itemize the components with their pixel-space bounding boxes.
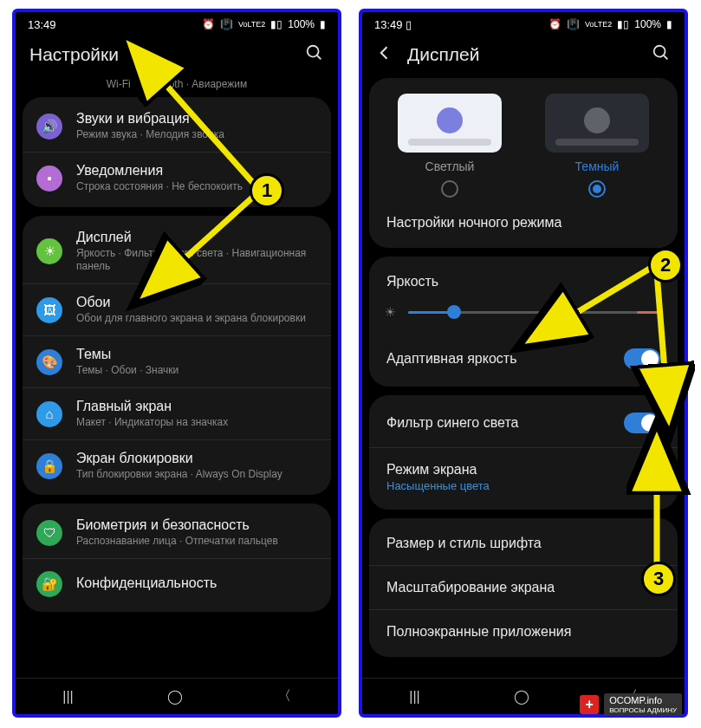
network-label: VoLTE2 xyxy=(238,20,265,29)
alarm-icon: ⏰ xyxy=(202,18,215,30)
home-icon: ⌂ xyxy=(36,401,62,427)
sun-dim-icon: ☀ xyxy=(385,305,396,319)
header: Настройки xyxy=(16,36,338,78)
header: Дисплей xyxy=(362,36,685,78)
row-screen-zoom[interactable]: Масштабирование экрана xyxy=(369,565,678,609)
nav-home-icon[interactable]: ◯ xyxy=(514,688,529,705)
alarm-icon: ⏰ xyxy=(548,18,561,30)
row-biometrics[interactable]: 🛡 Биометрия и безопасностьРаспознавание … xyxy=(23,507,331,558)
watermark-flag-icon: + xyxy=(580,695,599,714)
nav-recents-icon[interactable]: ||| xyxy=(409,689,419,705)
page-title: Настройки xyxy=(29,44,305,65)
phone-screen-settings: 13:49 ⏰ 📳 VoLTE2 ▮▯ 100% ▮ Настройки Wi-… xyxy=(12,9,341,718)
row-font-size[interactable]: Размер и стиль шрифта xyxy=(369,522,678,565)
night-mode-label: Настройки ночного режима xyxy=(386,215,561,231)
row-lockscreen[interactable]: 🔒 Экран блокировкиТип блокировки экрана … xyxy=(23,439,331,491)
nav-back-icon[interactable]: 〈 xyxy=(277,687,291,705)
zoom-label: Масштабирование экрана xyxy=(386,580,555,595)
fullscreen-label: Полноэкранные приложения xyxy=(386,624,571,640)
signal-icon: ▮▯ xyxy=(617,18,629,30)
theme-chooser: Светлый Темный xyxy=(369,81,678,201)
nav-bar: ||| ◯ 〈 xyxy=(16,678,338,714)
blue-light-toggle[interactable] xyxy=(624,413,660,433)
screen-mode-label: Режим экрана xyxy=(386,462,490,478)
status-bar: 13:49 ▯ ⏰ 📳 VoLTE2 ▮▯ 100% ▮ xyxy=(362,12,685,36)
brightness-label: Яркость xyxy=(386,274,438,289)
watermark: + OCOMP.info ВОПРОСЫ АДМИНУ xyxy=(580,693,682,716)
brightness-slider[interactable] xyxy=(408,311,662,314)
search-icon[interactable] xyxy=(652,43,671,66)
status-icons: ⏰ 📳 VoLTE2 ▮▯ 100% ▮ xyxy=(202,18,326,30)
svg-line-3 xyxy=(664,55,668,60)
row-sounds[interactable]: 🔊 Звуки и вибрацияРежим звука · Мелодия … xyxy=(23,101,331,152)
row-themes[interactable]: 🎨 ТемыТемы · Обои · Значки xyxy=(23,335,331,387)
adaptive-brightness-toggle[interactable] xyxy=(624,348,660,369)
theme-dark-option[interactable]: Темный xyxy=(529,94,665,198)
watermark-text: OCOMP.info ВОПРОСЫ АДМИНУ xyxy=(604,693,682,716)
theme-light-label: Светлый xyxy=(425,159,475,173)
row-fullscreen-apps[interactable]: Полноэкранные приложения xyxy=(369,609,678,653)
theme-light-option[interactable]: Светлый xyxy=(381,94,518,198)
adaptive-brightness-label: Адаптивная яркость xyxy=(386,351,516,367)
row-home[interactable]: ⌂ Главный экранМакет · Индикаторы на зна… xyxy=(23,387,331,439)
svg-point-2 xyxy=(654,46,665,57)
theme-light-thumb xyxy=(398,94,502,153)
settings-list[interactable]: 🔊 Звуки и вибрацияРежим звука · Мелодия … xyxy=(16,97,338,678)
status-time: 13:49 xyxy=(28,18,56,31)
battery-label: 100% xyxy=(288,18,315,30)
network-label: VoLTE2 xyxy=(585,20,612,29)
row-display[interactable]: ☀ ДисплейЯркость · Фильтр синего света ·… xyxy=(23,219,331,283)
nav-home-icon[interactable]: ◯ xyxy=(167,688,183,705)
row-wallpaper[interactable]: 🖼 ОбоиОбои для главного экрана и экрана … xyxy=(23,283,331,335)
wallpaper-icon: 🖼 xyxy=(36,297,62,323)
row-privacy[interactable]: 🔐 Конфиденциальность xyxy=(23,558,331,608)
theme-dark-radio[interactable] xyxy=(588,180,606,198)
connectivity-tags: Wi-Fi · Bluetooth · Авиарежим xyxy=(16,78,338,97)
battery-icon: ▮ xyxy=(666,18,672,30)
brightness-slider-row: ☀ xyxy=(369,293,678,335)
status-bar: 13:49 ⏰ 📳 VoLTE2 ▮▯ 100% ▮ xyxy=(16,12,338,36)
theme-light-radio[interactable] xyxy=(441,180,458,198)
phone-screen-display: 13:49 ▯ ⏰ 📳 VoLTE2 ▮▯ 100% ▮ Дисплей Све… xyxy=(359,9,688,718)
screen-mode-value: Насыщенные цвета xyxy=(386,479,490,492)
battery-icon: ▮ xyxy=(320,18,326,30)
back-icon[interactable] xyxy=(376,44,393,65)
row-notifications[interactable]: ▪ УведомленияСтрока состояния · Не беспо… xyxy=(23,152,331,204)
font-label: Размер и стиль шрифта xyxy=(386,536,542,551)
status-time: 13:49 ▯ xyxy=(374,18,412,31)
display-icon: ☀ xyxy=(36,238,62,264)
theme-dark-thumb xyxy=(545,94,649,153)
search-icon[interactable] xyxy=(305,43,324,66)
sound-icon: 🔊 xyxy=(36,114,62,140)
row-blue-light-filter[interactable]: Фильтр синего света xyxy=(369,399,678,447)
blue-light-label: Фильтр синего света xyxy=(386,415,518,431)
row-night-mode[interactable]: Настройки ночного режима xyxy=(369,201,678,244)
svg-line-1 xyxy=(317,55,321,60)
signal-icon: ▮▯ xyxy=(270,18,282,30)
nav-recents-icon[interactable]: ||| xyxy=(62,689,73,705)
row-brightness-header: Яркость xyxy=(369,260,678,293)
lock-icon: 🔒 xyxy=(36,453,62,479)
privacy-icon: 🔐 xyxy=(36,571,62,597)
page-title: Дисплей xyxy=(407,44,652,65)
row-screen-mode[interactable]: Режим экрана Насыщенные цвета xyxy=(369,447,678,506)
vibrate-icon: 📳 xyxy=(567,18,580,30)
status-icons: ⏰ 📳 VoLTE2 ▮▯ 100% ▮ xyxy=(548,18,672,30)
display-settings-list[interactable]: Светлый Темный Настройки ночного режима … xyxy=(362,78,685,678)
theme-dark-label: Темный xyxy=(575,159,620,173)
notifications-icon: ▪ xyxy=(36,166,62,192)
biometrics-icon: 🛡 xyxy=(36,520,62,546)
row-adaptive-brightness[interactable]: Адаптивная яркость xyxy=(369,335,678,383)
themes-icon: 🎨 xyxy=(36,349,62,375)
svg-point-0 xyxy=(308,46,319,57)
vibrate-icon: 📳 xyxy=(220,18,233,30)
battery-label: 100% xyxy=(634,18,661,30)
